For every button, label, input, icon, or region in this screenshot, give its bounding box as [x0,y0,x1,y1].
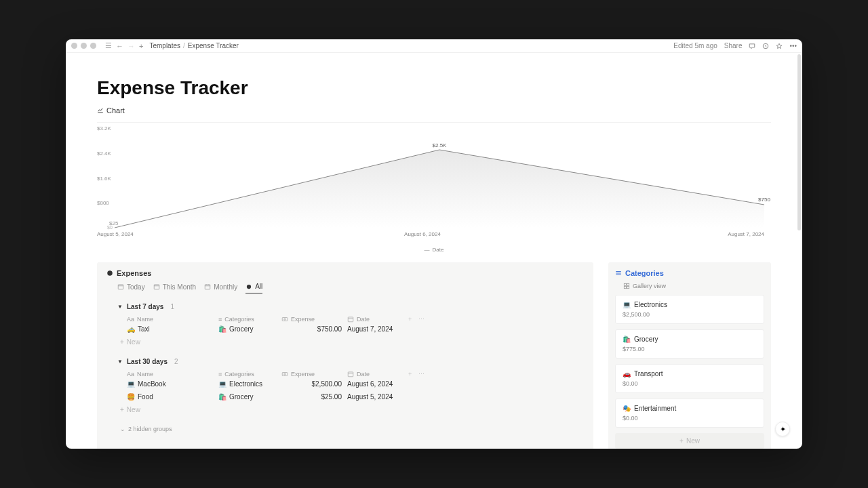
category-card-grocery[interactable]: 🛍️Grocery $775.00 [615,329,764,359]
svg-rect-3 [118,285,123,289]
category-icon: 💻 [623,301,631,308]
svg-rect-10 [282,373,288,376]
categories-title[interactable]: Categories [615,269,764,277]
row-icon: 💻 [127,380,135,388]
category-icon: 🛍️ [623,336,631,343]
table-header: Aa Name ≡ Categories Expense Date +⋯ [106,371,584,378]
svg-rect-15 [624,287,626,289]
add-column-icon[interactable]: + [408,316,412,323]
chart-legend: —Date [97,247,771,253]
minimize-window-button[interactable] [81,43,87,49]
share-button[interactable]: Share [724,42,743,49]
col-categories[interactable]: ≡ Categories [218,371,281,378]
expenses-title[interactable]: Expenses [106,269,584,277]
forward-button[interactable]: → [127,42,135,50]
chevron-down-icon: ⌄ [120,426,125,432]
new-row-button[interactable]: + New [106,336,584,348]
table-header: Aa Name ≡ Categories Expense Date +⋯ [106,316,584,323]
svg-point-8 [284,319,286,321]
tab-today[interactable]: Today [117,283,145,293]
tab-monthly[interactable]: Monthly [204,283,237,293]
category-icon: 🎭 [623,405,631,412]
y-tick: $3.2K [97,125,111,131]
breadcrumb-item[interactable]: Templates [149,42,180,49]
tab-this-month[interactable]: This Month [153,283,196,293]
edited-label: Edited 5m ago [673,42,717,49]
window-controls [71,43,96,49]
y-tick: $1.6K [97,176,111,182]
col-name[interactable]: Aa Name [127,316,218,323]
new-row-button[interactable]: + New [106,403,584,416]
svg-rect-13 [624,283,626,285]
expenses-tabs: Today This Month Monthly All [106,283,584,293]
sidebar-toggle-icon[interactable]: ☰ [105,41,112,50]
group-last-7-days[interactable]: ▼ Last 7 days 1 [106,303,584,310]
table-row[interactable]: 💻MacBook 💻Electronics $2,500.00 August 6… [106,378,584,390]
tab-all[interactable]: All [245,283,262,293]
svg-rect-4 [154,285,159,289]
favorite-icon[interactable] [776,43,783,49]
category-amount: $2,500.00 [623,311,757,318]
category-icon: 🛍️ [218,393,226,401]
chart: $3.2K $2.4K $1.6K $800 $25 $0 $2.5K $750… [97,122,771,244]
category-icon: 💻 [218,380,226,388]
column-more-icon[interactable]: ⋯ [418,316,425,323]
category-card-entertainment[interactable]: 🎭Entertainment $0.00 [615,399,764,428]
column-more-icon[interactable]: ⋯ [418,371,425,378]
col-date[interactable]: Date [347,371,408,378]
back-button[interactable]: ← [116,42,123,50]
row-icon: 🚕 [127,325,135,333]
x-tick: August 6, 2024 [404,231,441,237]
col-date[interactable]: Date [347,316,408,323]
app-window: ☰ ← → + Templates / Expense Tracker Edit… [66,39,802,449]
add-column-icon[interactable]: + [408,371,412,378]
svg-rect-5 [205,285,210,289]
new-page-button[interactable]: + [139,42,143,50]
titlebar: ☰ ← → + Templates / Expense Tracker Edit… [66,39,802,53]
svg-point-6 [247,284,251,288]
svg-point-11 [284,373,286,375]
svg-rect-16 [627,287,629,289]
breadcrumb: Templates / Expense Tracker [149,42,238,49]
col-expense[interactable]: Expense [281,371,347,378]
comments-icon[interactable] [749,43,755,49]
group-last-30-days[interactable]: ▼ Last 30 days 2 [106,358,584,365]
category-amount: $0.00 [623,380,757,387]
svg-rect-12 [348,372,353,377]
category-amount: $775.00 [623,346,757,352]
chart-tab[interactable]: Chart [97,106,125,118]
svg-rect-14 [627,283,629,285]
panels: Expenses Today This Month Monthly [97,262,771,449]
table-row[interactable]: 🍔Food 🛍️Grocery $25.00 August 5, 2024 [106,390,584,403]
close-window-button[interactable] [71,43,77,49]
expenses-panel: Expenses Today This Month Monthly [97,262,593,449]
svg-rect-9 [348,317,353,322]
category-card-electronics[interactable]: 💻Electronics $2,500.00 [615,295,764,324]
x-tick: August 5, 2024 [97,231,134,237]
ai-assist-button[interactable]: ✦ [775,422,790,436]
col-expense[interactable]: Expense [281,316,347,323]
category-card-transport[interactable]: 🚗Transport $0.00 [615,364,764,393]
hidden-groups-toggle[interactable]: ⌄ 2 hidden groups [106,426,584,432]
gallery-view-tab[interactable]: Gallery view [615,283,764,289]
maximize-window-button[interactable] [90,43,96,49]
table-row[interactable]: 🚕Taxi 🛍️Grocery $750.00 August 7, 2024 [106,323,584,336]
categories-panel: Categories Gallery view 💻Electronics $2,… [608,262,771,449]
y-tick: $800 [97,200,109,206]
more-icon[interactable]: ••• [789,42,797,49]
updates-icon[interactable] [762,43,769,49]
breadcrumb-item[interactable]: Expense Tracker [188,42,239,49]
chart-line [115,125,764,228]
category-icon: 🛍️ [218,325,226,333]
page-title[interactable]: Expense Tracker [97,77,771,99]
collapse-icon: ▼ [117,359,123,365]
col-categories[interactable]: ≡ Categories [218,316,281,323]
col-name[interactable]: Aa Name [127,371,218,378]
svg-marker-1 [115,150,764,228]
svg-point-2 [107,270,113,276]
category-amount: $0.00 [623,415,757,422]
x-tick: August 7, 2024 [728,231,764,237]
new-category-button[interactable]: + New [615,433,764,449]
page-content: Expense Tracker Chart $3.2K $2.4K $1.6K … [66,53,802,449]
scrollbar[interactable] [797,54,801,230]
